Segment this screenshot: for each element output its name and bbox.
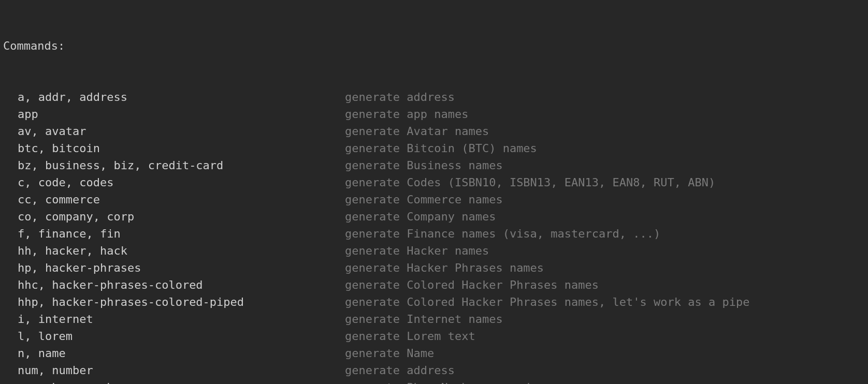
- command-aliases: l, lorem: [3, 328, 345, 345]
- command-aliases: num, number: [3, 362, 345, 379]
- command-aliases: co, company, corp: [3, 208, 345, 225]
- command-row: i, internetgenerate Internet names: [3, 311, 865, 328]
- command-description: generate Bitcoin (BTC) names: [345, 140, 537, 157]
- command-row: a, addr, addressgenerate address: [3, 88, 865, 106]
- command-row: n, namegenerate Name: [3, 345, 865, 362]
- command-row: hh, hacker, hackgenerate Hacker names: [3, 242, 865, 259]
- command-description: generate Avatar names: [345, 123, 489, 140]
- command-row: pn, phone-numbergenerate PhoneNumber rec…: [3, 379, 865, 384]
- command-row: hhc, hacker-phrases-coloredgenerate Colo…: [3, 276, 865, 293]
- command-description: generate Commerce names: [345, 191, 503, 208]
- command-description: generate Codes (ISBN10, ISBN13, EAN13, E…: [345, 174, 715, 191]
- command-description: generate Company names: [345, 208, 496, 225]
- command-row: hhp, hacker-phrases-colored-pipedgenerat…: [3, 293, 865, 311]
- command-aliases: hp, hacker-phrases: [3, 259, 345, 276]
- command-row: num, numbergenerate address: [3, 362, 865, 379]
- command-aliases: cc, commerce: [3, 191, 345, 208]
- command-description: generate Lorem text: [345, 328, 475, 345]
- command-row: f, finance, fingenerate Finance names (v…: [3, 225, 865, 242]
- command-row: c, code, codesgenerate Codes (ISBN10, IS…: [3, 174, 865, 191]
- command-aliases: bz, business, biz, credit-card: [3, 157, 345, 174]
- command-row: appgenerate app names: [3, 106, 865, 123]
- commands-header: Commands:: [3, 37, 865, 54]
- command-aliases: a, addr, address: [3, 88, 345, 106]
- command-aliases: i, internet: [3, 311, 345, 328]
- command-aliases: hh, hacker, hack: [3, 242, 345, 259]
- command-description: generate Finance names (visa, mastercard…: [345, 225, 660, 242]
- command-description: generate Colored Hacker Phrases names, l…: [345, 293, 749, 311]
- command-aliases: app: [3, 106, 345, 123]
- command-row: hp, hacker-phrasesgenerate Hacker Phrase…: [3, 259, 865, 276]
- command-aliases: hhc, hacker-phrases-colored: [3, 276, 345, 293]
- command-aliases: pn, phone-number: [3, 379, 345, 384]
- command-aliases: f, finance, fin: [3, 225, 345, 242]
- command-aliases: av, avatar: [3, 123, 345, 140]
- command-description: generate Hacker Phrases names: [345, 259, 544, 276]
- command-description: generate app names: [345, 106, 468, 123]
- command-description: generate Name: [345, 345, 434, 362]
- command-row: co, company, corpgenerate Company names: [3, 208, 865, 225]
- command-description: generate PhoneNumber record: [345, 379, 530, 384]
- command-description: generate address: [345, 362, 455, 379]
- command-aliases: c, code, codes: [3, 174, 345, 191]
- command-aliases: n, name: [3, 345, 345, 362]
- command-aliases: hhp, hacker-phrases-colored-piped: [3, 293, 345, 311]
- command-description: generate address: [345, 88, 455, 106]
- terminal-output: Commands: a, addr, addressgenerate addre…: [0, 0, 868, 384]
- command-description: generate Internet names: [345, 311, 503, 328]
- command-description: generate Hacker names: [345, 242, 489, 259]
- command-aliases: btc, bitcoin: [3, 140, 345, 157]
- command-row: av, avatargenerate Avatar names: [3, 123, 865, 140]
- command-description: generate Business names: [345, 157, 503, 174]
- command-row: l, loremgenerate Lorem text: [3, 328, 865, 345]
- command-row: bz, business, biz, credit-cardgenerate B…: [3, 157, 865, 174]
- commands-list: a, addr, addressgenerate addressappgener…: [3, 88, 865, 384]
- command-row: btc, bitcoingenerate Bitcoin (BTC) names: [3, 140, 865, 157]
- command-row: cc, commercegenerate Commerce names: [3, 191, 865, 208]
- command-description: generate Colored Hacker Phrases names: [345, 276, 599, 293]
